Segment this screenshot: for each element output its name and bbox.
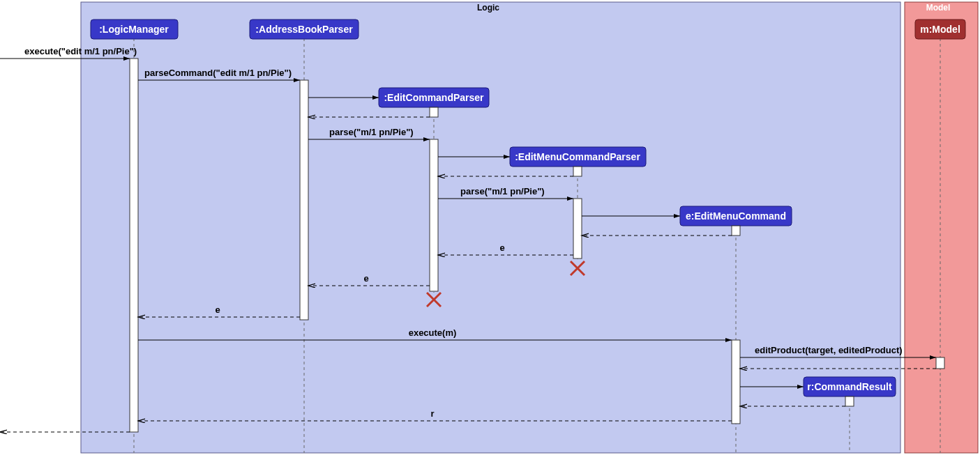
participant-editcommandparser-label: :EditCommandParser xyxy=(384,92,484,103)
participant-commandresult-label: r:CommandResult xyxy=(807,381,892,392)
frame-model-title: Model xyxy=(926,3,951,13)
participant-editmenucommand-label: e:EditMenuCommand xyxy=(686,210,786,222)
participant-addressbookparser-label: :AddressBookParser xyxy=(255,24,353,35)
activation-emcp xyxy=(573,199,582,259)
msg-execute-label: execute("edit m/1 pn/Pie") xyxy=(24,46,137,56)
activation-emc xyxy=(732,340,740,424)
activation-model xyxy=(936,357,944,369)
msg-return-e3-label: e xyxy=(215,304,220,315)
activation-addressbookparser xyxy=(300,80,308,320)
sequence-diagram: Logic Model :LogicManager :AddressBookPa… xyxy=(0,0,980,455)
participant-model-label: m:Model xyxy=(920,24,960,35)
activation-ecp-create xyxy=(430,107,438,117)
msg-parse2-label: parse("m/1 pn/Pie") xyxy=(460,186,545,196)
activation-cr-create xyxy=(845,396,854,406)
msg-parsecommand-label: parseCommand("edit m/1 pn/Pie") xyxy=(144,68,292,78)
msg-parse1-label: parse("m/1 pn/Pie") xyxy=(329,127,414,137)
activation-emc-create xyxy=(732,226,740,236)
activation-logicmanager xyxy=(130,59,138,432)
participant-logicmanager-label: :LogicManager xyxy=(99,24,169,35)
activation-ecp xyxy=(430,139,438,291)
frame-logic-title: Logic xyxy=(477,3,499,13)
msg-executem-label: execute(m) xyxy=(409,327,457,338)
msg-return-r-label: r xyxy=(430,408,434,419)
msg-return-e1-label: e xyxy=(499,242,504,253)
frame-model xyxy=(905,2,978,453)
msg-editproduct-label: editProduct(target, editedProduct) xyxy=(755,345,903,355)
activation-emcp-create xyxy=(573,167,582,176)
msg-return-e2-label: e xyxy=(363,273,368,284)
participant-editmenucommandparser-label: :EditMenuCommandParser xyxy=(515,151,640,162)
